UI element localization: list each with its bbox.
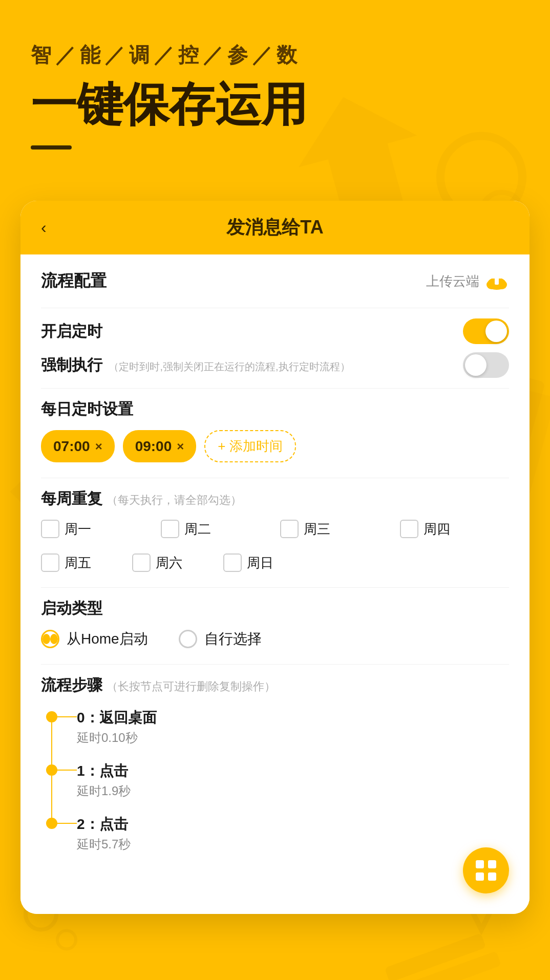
- step-1-connector: [57, 770, 77, 771]
- weekday-tue-label: 周二: [184, 520, 211, 538]
- upload-cloud-label: 上传云端: [426, 272, 479, 290]
- checkbox-mon[interactable]: [41, 520, 59, 538]
- divider-line: [31, 145, 72, 150]
- step-0-connector: [57, 716, 77, 717]
- weekday-fri-label: 周五: [65, 554, 91, 572]
- fab-icon: [474, 858, 498, 883]
- weekday-wed[interactable]: 周三: [280, 520, 390, 538]
- force-exec-label: 强制执行: [41, 356, 102, 373]
- card-wrapper: ‹ 发消息给TA 流程配置 上传云端: [0, 201, 550, 914]
- weekday-thu[interactable]: 周四: [400, 520, 510, 538]
- force-exec-row: 强制执行 （定时到时,强制关闭正在运行的流程,执行定时流程）: [41, 352, 509, 378]
- radio-group: 从Home启动 自行选择: [41, 629, 509, 649]
- weekday-mon[interactable]: 周一: [41, 520, 151, 538]
- weekday-wed-label: 周三: [304, 520, 330, 538]
- bottom-section: [0, 914, 550, 980]
- time-tag-1-value: 09:00: [135, 438, 172, 455]
- back-button[interactable]: ‹: [41, 218, 47, 237]
- main-title: 一键保存运用: [31, 79, 519, 130]
- weekly-repeat-hint: （每天执行，请全部勾选）: [107, 494, 242, 506]
- card-title: 发消息给TA: [226, 215, 323, 240]
- step-1-dot: [46, 764, 57, 776]
- steps-hint: （长按节点可进行删除复制操作）: [107, 680, 276, 693]
- card: ‹ 发消息给TA 流程配置 上传云端: [20, 201, 530, 914]
- step-0[interactable]: 0：返回桌面 延时0.10秒: [46, 708, 509, 746]
- step-0-dot: [46, 711, 57, 722]
- weekday-row-2: 周五 周六 周日: [41, 553, 509, 572]
- daily-schedule-title: 每日定时设置: [41, 399, 509, 420]
- top-section: 智／能／调／控／参／数 一键保存运用: [0, 0, 550, 190]
- step-2-connector: [57, 823, 77, 824]
- radio-home-label: 从Home启动: [67, 629, 148, 649]
- enable-timer-label: 开启定时: [41, 321, 102, 342]
- time-tag-0-close[interactable]: ×: [95, 439, 102, 454]
- svg-rect-18: [488, 860, 496, 868]
- time-tag-0-value: 07:00: [53, 438, 90, 455]
- step-0-name: 0：返回桌面: [77, 708, 509, 728]
- weekly-repeat-title: 每周重复 （每天执行，请全部勾选）: [41, 488, 509, 509]
- fab-spacer: [41, 863, 509, 893]
- checkbox-tue[interactable]: [161, 520, 179, 538]
- weekday-thu-label: 周四: [424, 520, 450, 538]
- flow-config-label: 流程配置: [41, 270, 107, 292]
- step-0-delay: 延时0.10秒: [77, 730, 509, 746]
- step-2[interactable]: 2：点击 延时5.7秒: [46, 815, 509, 853]
- toggle-knob-off: [465, 354, 486, 376]
- step-2-dot: [46, 818, 57, 829]
- enable-timer-row: 开启定时: [41, 318, 509, 344]
- divider-3: [41, 478, 509, 478]
- step-2-delay: 延时5.7秒: [77, 836, 509, 853]
- radio-custom-circle[interactable]: [179, 630, 197, 648]
- steps-title-label: 流程步骤: [41, 676, 102, 693]
- svg-rect-19: [476, 872, 484, 881]
- weekday-sat-label: 周六: [156, 554, 182, 572]
- radio-home-circle[interactable]: [41, 630, 59, 648]
- step-1[interactable]: 1：点击 延时1.9秒: [46, 761, 509, 799]
- weekday-fri[interactable]: 周五: [41, 553, 91, 572]
- weekday-sat[interactable]: 周六: [132, 553, 182, 572]
- radio-home-fill: [43, 634, 50, 644]
- radio-custom[interactable]: 自行选择: [179, 629, 262, 649]
- radio-home[interactable]: 从Home启动: [41, 629, 148, 649]
- toggle-knob-on: [485, 321, 507, 342]
- enable-timer-toggle[interactable]: [463, 318, 509, 344]
- fab-button[interactable]: [463, 847, 509, 893]
- checkbox-sat[interactable]: [132, 553, 151, 572]
- weekday-sun[interactable]: 周日: [223, 553, 273, 572]
- step-1-name: 1：点击: [77, 761, 509, 781]
- time-tags-container: 07:00 × 09:00 × + 添加时间: [41, 430, 509, 462]
- checkbox-fri[interactable]: [41, 553, 59, 572]
- card-header: ‹ 发消息给TA: [20, 201, 530, 254]
- checkbox-sun[interactable]: [223, 553, 242, 572]
- divider-2: [41, 388, 509, 389]
- divider-1: [41, 308, 509, 308]
- weekday-tue[interactable]: 周二: [161, 520, 270, 538]
- radio-custom-label: 自行选择: [204, 629, 262, 649]
- upload-cloud-button[interactable]: 上传云端: [426, 270, 509, 292]
- force-exec-hint: （定时到时,强制关闭正在运行的流程,执行定时流程）: [109, 361, 350, 372]
- cloud-upload-icon: [484, 270, 509, 292]
- weekly-repeat-label: 每周重复: [41, 490, 102, 507]
- force-exec-toggle[interactable]: [463, 352, 509, 378]
- svg-rect-20: [488, 872, 496, 881]
- weekday-grid: 周一 周二 周三 周四: [41, 520, 509, 538]
- subtitle: 智／能／调／控／参／数: [31, 41, 519, 69]
- svg-marker-16: [492, 272, 502, 279]
- start-type-section: 启动类型 从Home启动 自行选择: [41, 598, 509, 649]
- time-tag-1-close[interactable]: ×: [177, 439, 184, 454]
- time-tag-0[interactable]: 07:00 ×: [41, 430, 115, 462]
- weekday-sun-label: 周日: [247, 554, 273, 572]
- divider-5: [41, 664, 509, 665]
- weekday-mon-label: 周一: [65, 520, 91, 538]
- step-2-name: 2：点击: [77, 815, 509, 834]
- steps-list: 0：返回桌面 延时0.10秒 1：点击 延时1.9秒 2：点击 延时5.7秒: [41, 708, 509, 853]
- flow-config-row: 流程配置 上传云端: [41, 270, 509, 292]
- checkbox-thu[interactable]: [400, 520, 418, 538]
- steps-title: 流程步骤 （长按节点可进行删除复制操作）: [41, 675, 509, 696]
- divider-4: [41, 587, 509, 588]
- checkbox-wed[interactable]: [280, 520, 299, 538]
- card-body: 流程配置 上传云端 开启定时: [20, 254, 530, 914]
- add-time-button[interactable]: + 添加时间: [204, 430, 295, 462]
- start-type-title: 启动类型: [41, 598, 509, 619]
- time-tag-1[interactable]: 09:00 ×: [123, 430, 197, 462]
